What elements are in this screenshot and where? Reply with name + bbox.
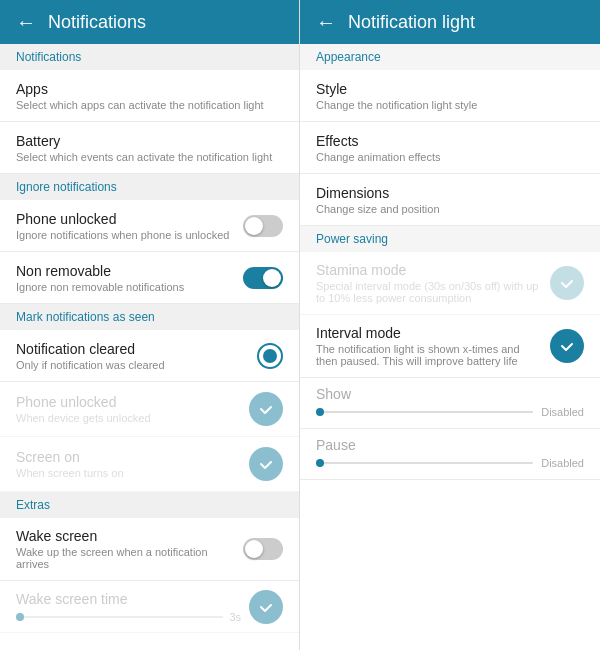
show-slider-track[interactable] [316,411,533,413]
phone-unlocked-ignore-subtitle: Ignore notifications when phone is unloc… [16,229,235,241]
phone-unlocked-toggle[interactable] [243,215,283,237]
show-slider-dot [316,408,324,416]
left-header-title: Notifications [48,12,146,33]
non-removable-toggle-knob [263,269,281,287]
effects-text: Effects Change animation effects [316,133,584,163]
screen-on-subtitle: When screen turns on [16,467,241,479]
left-header: ← Notifications [0,0,299,44]
non-removable-toggle[interactable] [243,267,283,289]
stamina-mode-subtitle: Special interval mode (30s on/30s off) w… [316,280,542,304]
left-panel: ← Notifications Notifications Apps Selec… [0,0,300,650]
screen-on-text: Screen on When screen turns on [16,449,241,479]
pause-slider-item: Pause Disabled [300,429,600,480]
show-slider-item: Show Disabled [300,378,600,429]
dimensions-title: Dimensions [316,185,584,201]
stamina-mode-text: Stamina mode Special interval mode (30s … [316,262,542,304]
phone-unlocked-toggle-knob [245,217,263,235]
check-icon-2 [259,457,273,471]
pause-slider-track[interactable] [316,462,533,464]
check-icon [259,402,273,416]
wake-slider-row: 3s [16,611,241,623]
dimensions-subtitle: Change size and position [316,203,584,215]
phone-unlocked-mark-text: Phone unlocked When device gets unlocked [16,394,241,424]
wake-screen-toggle[interactable] [243,538,283,560]
show-slider-disabled: Disabled [541,406,584,418]
notification-cleared-text: Notification cleared Only if notificatio… [16,341,249,371]
phone-unlocked-mark-title: Phone unlocked [16,394,241,410]
wake-screen-subtitle: Wake up the screen when a notification a… [16,546,235,570]
phone-unlocked-circle-btn [249,392,283,426]
screen-on-title: Screen on [16,449,241,465]
notification-cleared-radio[interactable] [257,343,283,369]
wake-time-circle-btn [249,590,283,624]
apps-text: Apps Select which apps can activate the … [16,81,283,111]
screen-on-item: Screen on When screen turns on [0,437,299,492]
interval-mode-subtitle: The notification light is shown x-times … [316,343,542,367]
wake-screen-time-title: Wake screen time [16,591,241,607]
pause-slider-label: Pause [316,437,584,453]
phone-unlocked-ignore-item[interactable]: Phone unlocked Ignore notifications when… [0,200,299,252]
phone-unlocked-mark-item: Phone unlocked When device gets unlocked [0,382,299,437]
interval-mode-title: Interval mode [316,325,542,341]
interval-mode-item[interactable]: Interval mode The notification light is … [300,315,600,378]
right-header: ← Notification light [300,0,600,44]
apps-item[interactable]: Apps Select which apps can activate the … [0,70,299,122]
battery-text: Battery Select which events can activate… [16,133,283,163]
effects-title: Effects [316,133,584,149]
check-icon-3 [259,600,273,614]
section-notifications-label: Notifications [0,44,299,70]
wake-screen-time-item: Wake screen time 3s [0,581,299,633]
wake-screen-toggle-knob [245,540,263,558]
section-mark-label: Mark notifications as seen [0,304,299,330]
effects-item[interactable]: Effects Change animation effects [300,122,600,174]
right-panel: ← Notification light Appearance Style Ch… [300,0,600,650]
style-subtitle: Change the notification light style [316,99,584,111]
stamina-mode-title: Stamina mode [316,262,542,278]
dimensions-text: Dimensions Change size and position [316,185,584,215]
appearance-section-label: Appearance [300,44,600,70]
effects-subtitle: Change animation effects [316,151,584,163]
phone-unlocked-ignore-text: Phone unlocked Ignore notifications when… [16,211,235,241]
stamina-mode-circle-btn [550,266,584,300]
style-title: Style [316,81,584,97]
non-removable-text: Non removable Ignore non removable notif… [16,263,235,293]
section-ignore-label: Ignore notifications [0,174,299,200]
dimensions-item[interactable]: Dimensions Change size and position [300,174,600,226]
section-extras-label: Extras [0,492,299,518]
phone-unlocked-mark-subtitle: When device gets unlocked [16,412,241,424]
non-removable-title: Non removable [16,263,235,279]
wake-slider-dot [16,613,24,621]
interval-mode-text: Interval mode The notification light is … [316,325,542,367]
right-back-button[interactable]: ← [316,11,336,34]
screen-on-circle-btn [249,447,283,481]
style-item[interactable]: Style Change the notification light styl… [300,70,600,122]
left-scroll-content: Notifications Apps Select which apps can… [0,44,299,650]
battery-item[interactable]: Battery Select which events can activate… [0,122,299,174]
notification-cleared-item[interactable]: Notification cleared Only if notificatio… [0,330,299,382]
interval-check-icon [560,339,574,353]
wake-slider-value: 3s [229,611,241,623]
pause-slider-dot [316,459,324,467]
wake-screen-text: Wake screen Wake up the screen when a no… [16,528,235,570]
notification-cleared-title: Notification cleared [16,341,249,357]
show-slider-row: Disabled [316,406,584,418]
phone-unlocked-ignore-title: Phone unlocked [16,211,235,227]
stamina-mode-item: Stamina mode Special interval mode (30s … [300,252,600,315]
wake-slider-track[interactable] [16,616,223,618]
wake-screen-item[interactable]: Wake screen Wake up the screen when a no… [0,518,299,581]
non-removable-item[interactable]: Non removable Ignore non removable notif… [0,252,299,304]
radio-inner [263,349,277,363]
battery-subtitle: Select which events can activate the not… [16,151,283,163]
pause-slider-row: Disabled [316,457,584,469]
style-text: Style Change the notification light styl… [316,81,584,111]
non-removable-subtitle: Ignore non removable notifications [16,281,235,293]
left-back-button[interactable]: ← [16,11,36,34]
pause-slider-disabled: Disabled [541,457,584,469]
stamina-check-icon [560,276,574,290]
wake-screen-time-content: Wake screen time 3s [16,591,241,623]
interval-mode-circle-btn[interactable] [550,329,584,363]
battery-title: Battery [16,133,283,149]
notification-cleared-subtitle: Only if notification was cleared [16,359,249,371]
power-saving-section-label: Power saving [300,226,600,252]
wake-screen-title: Wake screen [16,528,235,544]
